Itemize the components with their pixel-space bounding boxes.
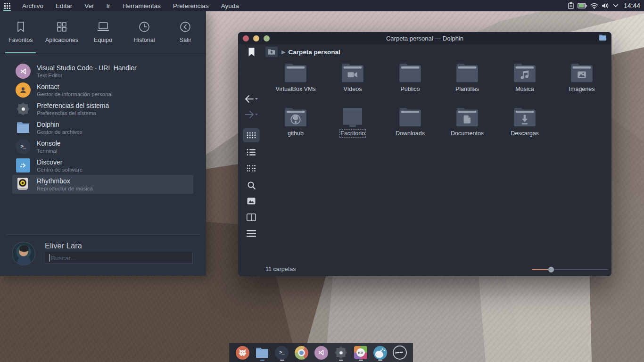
app-title: Discover: [37, 158, 83, 166]
menu-herramientas[interactable]: Herramientas: [116, 2, 167, 9]
folder-publico[interactable]: Público: [384, 62, 436, 92]
app-row-dolphin[interactable]: Dolphin Gestor de archivos: [12, 118, 193, 137]
dock-dolphin[interactable]: [255, 345, 270, 361]
forward-button[interactable]: [238, 110, 264, 119]
analog-clock-icon: [393, 346, 407, 360]
clock-time[interactable]: 14:44: [624, 2, 640, 9]
vscode-icon: [317, 349, 325, 356]
dock-firefox[interactable]: [235, 345, 250, 361]
menu-items: Archivo Editar Ver Ir Herramientas Prefe…: [16, 2, 245, 9]
app-row-systemsettings[interactable]: Preferencias del sistema Preferencias de…: [12, 99, 193, 118]
tab-salir[interactable]: Salir: [165, 11, 206, 53]
folder-label-focused: Escritorio: [340, 130, 365, 137]
chevron-down-icon[interactable]: [613, 4, 619, 8]
folder-label: Descargas: [511, 130, 539, 137]
user-avatar[interactable]: [12, 242, 35, 265]
folder-documentos[interactable]: Documentos: [441, 106, 493, 137]
menu-archivo[interactable]: Archivo: [16, 2, 50, 9]
wifi-icon[interactable]: [590, 3, 598, 9]
tab-label: Aplicaciones: [45, 37, 78, 43]
clipboard-icon[interactable]: [568, 2, 574, 9]
footer-divider: [6, 234, 200, 235]
text-caret: [49, 254, 50, 262]
preview-button[interactable]: [238, 197, 264, 205]
menu-editar[interactable]: Editar: [50, 2, 78, 9]
launcher-tabs: Favoritos Aplicaciones Equipo: [0, 11, 206, 53]
hamburger-icon: [247, 230, 256, 237]
dock-latte[interactable]: [372, 345, 388, 361]
menu-ver[interactable]: Ver: [78, 2, 100, 9]
split-view-button[interactable]: [238, 214, 264, 221]
search-input[interactable]: [45, 252, 193, 264]
folder-label: Downloads: [396, 130, 425, 137]
folder-label: Público: [401, 86, 420, 92]
tab-favoritos[interactable]: Favoritos: [0, 11, 41, 53]
list-view-button[interactable]: [238, 148, 264, 156]
app-subtitle: Text Editor: [37, 72, 137, 79]
tab-label: Salir: [180, 37, 191, 43]
folder-label: Documentos: [451, 130, 484, 137]
icons-view-button[interactable]: [243, 128, 260, 142]
bookmark-icon: [15, 21, 26, 33]
folder-virtualbox-vms[interactable]: VirtualBox VMs: [270, 62, 322, 92]
desktop-screen: Archivo Editar Ver Ir Herramientas Prefe…: [0, 0, 644, 362]
dock-system-settings[interactable]: [333, 345, 348, 361]
folder-imagenes[interactable]: Imágenes: [556, 62, 608, 92]
search-button[interactable]: [238, 181, 264, 190]
zoom-slider[interactable]: [532, 266, 608, 273]
folder-label: Vídeos: [344, 86, 362, 92]
bookmark-icon[interactable]: [248, 48, 255, 57]
app-grid-icon: [4, 3, 10, 9]
home-breadcrumb-button[interactable]: [265, 47, 278, 57]
volume-icon[interactable]: [602, 2, 610, 9]
folder-github[interactable]: github: [270, 106, 322, 137]
folder-downloads[interactable]: Downloads: [384, 106, 436, 137]
dolphin-folder-icon: [255, 346, 269, 359]
folder-plantillas[interactable]: Plantillas: [441, 62, 493, 92]
folder-label: github: [288, 130, 304, 137]
dock-clock-widget[interactable]: [392, 345, 407, 361]
app-subtitle: Gestor de archivos: [37, 129, 83, 135]
chrome-icon: [295, 346, 308, 360]
folder-videos[interactable]: Vídeos: [327, 62, 379, 92]
folder-label: Imágenes: [569, 86, 595, 92]
app-title: Visual Studio Code - URL Handler: [37, 64, 137, 72]
status-folder-count: 11 carpetas: [265, 266, 296, 272]
discover-icon: [16, 158, 31, 173]
dolphin-app-icon: [599, 34, 607, 43]
folder-musica[interactable]: Música: [499, 62, 551, 92]
user-name: Eliver Lara: [45, 241, 82, 250]
compact-view-button[interactable]: [238, 165, 264, 172]
dock-konsole[interactable]: >_: [274, 345, 289, 361]
app-launcher-button[interactable]: [0, 0, 14, 11]
folder-escritorio[interactable]: Escritorio: [327, 106, 379, 137]
menu-preferencias[interactable]: Preferencias: [167, 2, 215, 9]
menu-ayuda[interactable]: Ayuda: [215, 2, 245, 9]
system-settings-icon: [16, 101, 31, 116]
dock-kvantum[interactable]: KV: [353, 345, 368, 361]
app-title: Kontact: [37, 83, 112, 91]
history-clock-icon: [138, 21, 150, 33]
dock-vscode[interactable]: [314, 345, 329, 361]
app-row-rhythmbox[interactable]: Rhythmbox Reproductor de música: [12, 175, 193, 194]
app-row-kontact[interactable]: Kontact Gestor de información personal: [12, 81, 193, 99]
menu-button[interactable]: [238, 230, 264, 237]
dolphin-titlebar[interactable]: Carpeta personal — Dolphin: [238, 32, 611, 44]
back-button[interactable]: [238, 95, 264, 103]
kvantum-icon: KV: [354, 346, 367, 359]
battery-icon[interactable]: [578, 3, 587, 8]
tab-historial[interactable]: Historial: [124, 11, 165, 53]
dock-chrome[interactable]: [294, 345, 309, 361]
app-row-discover[interactable]: Discover Centro de software: [12, 156, 193, 175]
tab-equipo[interactable]: Equipo: [83, 11, 124, 53]
menu-ir[interactable]: Ir: [100, 2, 116, 9]
folder-descargas[interactable]: Descargas: [499, 106, 551, 137]
app-row-konsole[interactable]: >_ Konsole Terminal: [12, 137, 193, 156]
slider-handle[interactable]: [548, 266, 554, 273]
folder-label: VirtualBox VMs: [275, 86, 315, 92]
tab-aplicaciones[interactable]: Aplicaciones: [41, 11, 82, 53]
app-subtitle: Reproductor de música: [37, 185, 93, 192]
breadcrumb-path[interactable]: Carpeta personal: [288, 49, 340, 56]
latte-dock-icon: [373, 346, 387, 360]
app-row-vscode[interactable]: Visual Studio Code - URL Handler Text Ed…: [12, 62, 193, 81]
